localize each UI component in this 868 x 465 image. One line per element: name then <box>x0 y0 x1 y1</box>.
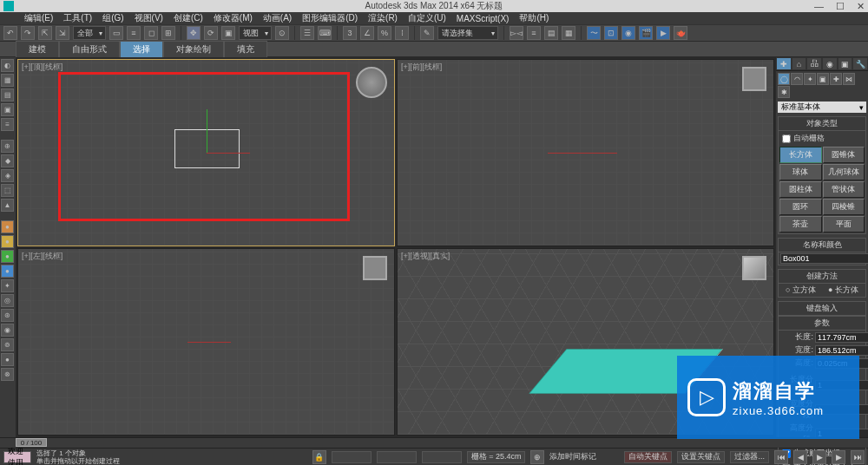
ribbon-tab-freeform[interactable]: 自由形式 <box>59 41 120 58</box>
named-selection-dropdown[interactable]: 请选择集 <box>437 26 498 40</box>
btn-pyramid[interactable]: 四棱锥 <box>823 199 865 215</box>
btn-cone[interactable]: 圆锥体 <box>823 147 865 163</box>
menu-animation[interactable]: 动画(A) <box>263 12 292 24</box>
systems-icon[interactable]: ✱ <box>778 86 790 98</box>
spacewarps-icon[interactable]: ⋈ <box>843 73 855 85</box>
lt-icon-16[interactable]: ◎ <box>1 294 14 307</box>
category-dropdown[interactable]: 标准基本体 <box>778 102 866 113</box>
name-color-title[interactable]: 名称和颜色 <box>779 239 865 252</box>
utilities-tab[interactable]: 🔧 <box>852 57 868 70</box>
lt-icon-5[interactable]: ≡ <box>1 118 14 131</box>
btn-tube[interactable]: 管状体 <box>823 181 865 198</box>
lt-icon-10[interactable]: ▲ <box>1 199 14 212</box>
menu-graph[interactable]: 图形编辑器(D) <box>302 12 358 24</box>
lt-icon-20[interactable]: ● <box>1 353 14 366</box>
select-button[interactable]: ▭ <box>109 26 123 40</box>
pivot-button[interactable]: ⊙ <box>275 26 289 40</box>
play-start-button[interactable]: ⏮ <box>774 450 788 464</box>
spinner-snap-button[interactable]: ⁞ <box>395 26 409 40</box>
play-button[interactable]: ▶ <box>812 450 826 464</box>
ribbon-tab-populate[interactable]: 填充 <box>224 41 267 58</box>
autogrid-checkbox[interactable] <box>782 134 791 143</box>
btn-teapot[interactable]: 茶壶 <box>779 216 822 232</box>
manip-button[interactable]: ☰ <box>300 26 314 40</box>
selection-filter-dropdown[interactable]: 全部 <box>73 26 106 40</box>
viewport-persp-label[interactable]: [+][透视][真实] <box>401 251 450 262</box>
keyboard-title[interactable]: 键盘输入 <box>779 302 865 316</box>
lt-icon-19[interactable]: ⊚ <box>1 338 14 351</box>
menu-edit[interactable]: 编辑(E) <box>24 12 53 24</box>
named-sel-edit-button[interactable]: ✎ <box>420 26 434 40</box>
object-type-title[interactable]: 对象类型 <box>779 117 865 131</box>
radio-box-label[interactable]: ● 长方体 <box>828 285 858 296</box>
window-crossing-button[interactable]: ⊞ <box>161 26 175 40</box>
helpers-icon[interactable]: ✚ <box>830 73 842 85</box>
cameras-icon[interactable]: ▣ <box>817 73 829 85</box>
mirror-button[interactable]: ▻◅ <box>510 26 523 40</box>
viewport-left-label[interactable]: [+][左][线框] <box>22 251 62 262</box>
undo-button[interactable]: ↶ <box>3 26 17 40</box>
coord-z[interactable] <box>422 451 462 463</box>
viewcube-persp[interactable] <box>742 256 766 280</box>
lt-icon-7[interactable]: ◆ <box>1 154 14 167</box>
menu-modifiers[interactable]: 修改器(M) <box>214 12 253 24</box>
menu-view[interactable]: 视图(V) <box>135 12 163 24</box>
btn-box[interactable]: 长方体 <box>779 147 822 163</box>
unlink-button[interactable]: ⇲ <box>56 26 69 40</box>
btn-sphere[interactable]: 球体 <box>779 164 822 180</box>
render-frame-button[interactable]: ▶ <box>656 26 670 40</box>
btn-cylinder[interactable]: 圆柱体 <box>779 181 822 198</box>
menu-customize[interactable]: 自定义(U) <box>408 12 446 24</box>
length-input[interactable] <box>815 332 868 343</box>
motion-tab[interactable]: ◉ <box>822 57 838 70</box>
keymode-button[interactable]: ⌨ <box>318 26 332 40</box>
curve-editor-button[interactable]: 〜 <box>587 26 601 40</box>
ribbon-tab-selection[interactable]: 选择 <box>120 41 163 58</box>
ribbon-tab-objectpaint[interactable]: 对象绘制 <box>163 41 224 58</box>
coord-y[interactable] <box>377 451 417 463</box>
geometry-icon[interactable]: ◯ <box>778 73 790 85</box>
create-tab[interactable]: ✚ <box>776 57 792 70</box>
lt-icon-3[interactable]: ▤ <box>1 88 14 102</box>
lock-icon[interactable]: 🔒 <box>312 450 326 464</box>
lt-icon-13[interactable]: ● <box>1 250 14 263</box>
setkey-button[interactable]: 设置关键点 <box>677 451 725 463</box>
lt-icon-6[interactable]: ⊕ <box>1 140 14 153</box>
lt-icon-2[interactable]: ▦ <box>1 74 14 87</box>
create-method-title[interactable]: 创建方法 <box>779 270 865 284</box>
viewport-top[interactable]: [+][顶][线框] <box>17 59 395 246</box>
add-time-tag-label[interactable]: 添加时间标记 <box>549 451 596 462</box>
lt-icon-4[interactable]: ▣ <box>1 103 14 116</box>
btn-torus[interactable]: 圆环 <box>779 199 822 215</box>
play-prev-button[interactable]: ◀ <box>793 450 807 464</box>
lt-icon-9[interactable]: ⬚ <box>1 184 14 197</box>
viewport-left[interactable]: [+][左][线框] <box>17 248 395 436</box>
menu-tools[interactable]: 工具(T) <box>63 12 92 24</box>
snap-button[interactable]: 3 <box>343 26 357 40</box>
minimize-button[interactable]: — <box>814 1 824 12</box>
keyfilter-button[interactable]: 过滤器... <box>730 451 769 463</box>
lt-icon-12[interactable]: ● <box>1 235 14 248</box>
lt-icon-15[interactable]: ✦ <box>1 279 14 292</box>
display-tab[interactable]: ▣ <box>838 57 853 70</box>
lt-icon-8[interactable]: ◈ <box>1 169 14 182</box>
welcome-prompt[interactable]: 欢迎使用 <box>3 451 31 463</box>
material-editor-button[interactable]: ◉ <box>621 26 635 40</box>
menu-create[interactable]: 创建(C) <box>174 12 203 24</box>
lt-icon-1[interactable]: ◐ <box>1 59 14 72</box>
viewcube-front[interactable] <box>742 67 766 91</box>
layer-button[interactable]: ▤ <box>544 26 558 40</box>
hierarchy-tab[interactable]: 品 <box>806 57 822 70</box>
schematic-button[interactable]: ⊡ <box>604 26 618 40</box>
scale-button[interactable]: ▣ <box>221 26 235 40</box>
rotate-button[interactable]: ⟳ <box>204 26 218 40</box>
percent-snap-button[interactable]: % <box>378 26 391 40</box>
shapes-icon[interactable]: ◠ <box>791 73 803 85</box>
viewcube-top[interactable] <box>356 67 387 98</box>
play-end-button[interactable]: ⏭ <box>851 450 865 464</box>
radio-cube-label[interactable]: ○ 立方体 <box>786 285 816 296</box>
btn-plane[interactable]: 平面 <box>823 216 865 232</box>
ribbon-tab-modeling[interactable]: 建模 <box>16 41 59 58</box>
autokey-button[interactable]: 自动关键点 <box>624 451 672 463</box>
redo-button[interactable]: ↷ <box>21 26 35 40</box>
